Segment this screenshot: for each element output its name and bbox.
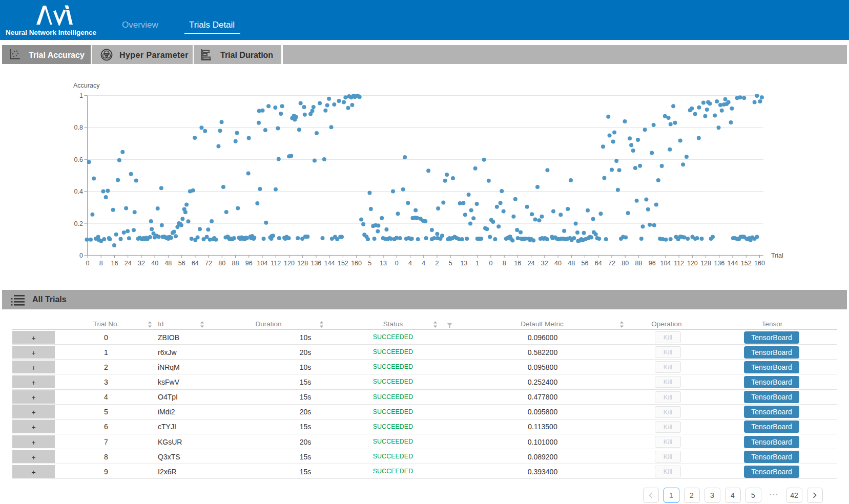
svg-text:112: 112	[674, 260, 684, 267]
svg-text:8: 8	[503, 260, 506, 267]
svg-text:160: 160	[351, 260, 362, 267]
svg-text:48: 48	[164, 260, 172, 267]
svg-text:56: 56	[178, 260, 185, 267]
svg-text:56: 56	[582, 260, 589, 267]
svg-text:80: 80	[218, 260, 225, 267]
svg-text:88: 88	[232, 260, 239, 267]
svg-text:144: 144	[324, 260, 335, 267]
svg-text:96: 96	[649, 260, 656, 267]
svg-text:120: 120	[284, 260, 295, 267]
svg-text:144: 144	[728, 260, 738, 267]
svg-text:1: 1	[79, 92, 83, 99]
svg-text:152: 152	[741, 260, 752, 267]
svg-text:5: 5	[368, 260, 371, 267]
svg-text:72: 72	[608, 260, 615, 267]
svg-text:64: 64	[192, 260, 199, 267]
svg-text:5: 5	[449, 260, 452, 267]
svg-text:0: 0	[489, 260, 492, 267]
svg-text:0: 0	[86, 260, 90, 267]
svg-text:120: 120	[687, 260, 698, 267]
svg-text:128: 128	[700, 260, 711, 267]
svg-text:13: 13	[460, 260, 467, 267]
svg-text:Trial: Trial	[771, 252, 783, 259]
svg-text:0: 0	[395, 260, 399, 267]
svg-text:16: 16	[514, 260, 521, 267]
svg-text:0.4: 0.4	[74, 188, 83, 195]
svg-text:16: 16	[111, 260, 118, 267]
svg-text:2: 2	[436, 260, 439, 267]
svg-text:136: 136	[714, 260, 724, 267]
svg-text:0.2: 0.2	[74, 220, 83, 227]
svg-text:1: 1	[475, 260, 479, 267]
svg-text:0: 0	[79, 252, 83, 259]
svg-text:152: 152	[338, 260, 348, 267]
svg-text:136: 136	[310, 260, 321, 267]
svg-text:40: 40	[151, 260, 158, 267]
svg-text:48: 48	[568, 260, 575, 267]
svg-text:24: 24	[125, 260, 132, 267]
svg-text:4: 4	[408, 260, 412, 267]
svg-text:4: 4	[422, 260, 425, 267]
svg-text:72: 72	[205, 260, 212, 267]
svg-text:112: 112	[271, 260, 281, 267]
svg-text:32: 32	[541, 260, 548, 267]
svg-text:40: 40	[554, 260, 562, 267]
svg-text:24: 24	[528, 260, 535, 267]
svg-text:13: 13	[380, 260, 387, 267]
svg-text:88: 88	[635, 260, 642, 267]
svg-text:104: 104	[257, 260, 268, 267]
svg-text:96: 96	[245, 260, 253, 267]
svg-text:104: 104	[660, 260, 671, 267]
svg-text:0.6: 0.6	[74, 156, 83, 163]
svg-text:80: 80	[622, 260, 629, 267]
svg-text:0.8: 0.8	[74, 124, 83, 131]
svg-text:64: 64	[595, 260, 602, 267]
svg-text:Accuracy: Accuracy	[73, 82, 100, 89]
svg-text:160: 160	[754, 260, 765, 267]
svg-text:128: 128	[297, 260, 308, 267]
svg-text:8: 8	[99, 260, 103, 267]
svg-text:32: 32	[138, 260, 145, 267]
